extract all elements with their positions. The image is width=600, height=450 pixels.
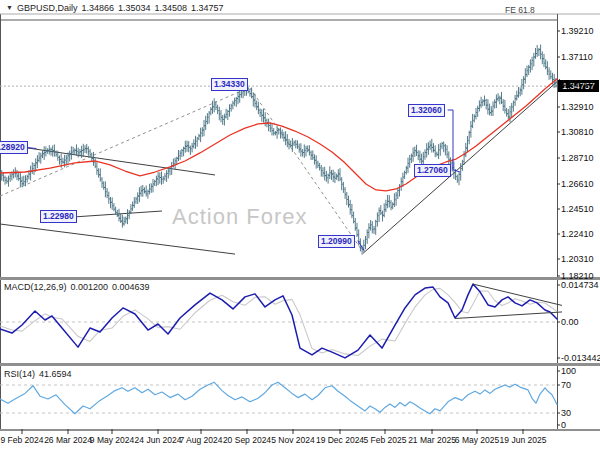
low-value: 1.34508 [155, 3, 188, 13]
macd-axis-label: 0.00 [561, 317, 579, 327]
date-axis-label: 24 Jun 2024 [135, 435, 182, 445]
price-axis-label: 1.35010 [561, 78, 594, 88]
price-axis-label: 1.28710 [561, 153, 594, 163]
date-axis-label: 9 May 2024 [90, 435, 134, 445]
rsi-axis-label: 100 [561, 366, 576, 376]
macd-signal-value: 0.004639 [112, 282, 150, 292]
close-value: 1.34757 [191, 3, 224, 13]
price-annotation: 1.32060 [408, 104, 445, 117]
date-axis-label: 21 Mar 2025 [408, 435, 456, 445]
macd-pane-title: MACD(12,26,9)0.0012000.004639 [4, 282, 154, 292]
date-axis-label: 19 Jun 2025 [500, 435, 547, 445]
date-axis-label: 6 May 2025 [455, 435, 499, 445]
rsi-axis-label: 30 [561, 408, 571, 418]
rsi-axis-label: 0 [561, 420, 566, 430]
chart-window: ▼GBPUSD,Daily1.348661.350341.345081.3475… [0, 0, 600, 450]
rsi-axis-label: 70 [561, 380, 571, 390]
fibonacci-extension-label: FE 61.8 [505, 5, 535, 15]
collapse-chart-icon[interactable]: ▼ [6, 4, 13, 11]
macd-axis-label: -0.013442 [561, 353, 600, 363]
watermark: Action Forex [172, 204, 308, 230]
price-axis-label: 1.24510 [561, 204, 594, 214]
symbol-period-label: GBPUSD,Daily [17, 3, 78, 13]
rsi-indicator-label: RSI(14) [4, 369, 35, 379]
macd-axis-label: 0.014734 [561, 280, 599, 290]
price-annotation: 1.34330 [211, 78, 248, 91]
macd-indicator-label: MACD(12,26,9) [4, 282, 67, 292]
price-annotation: 1.27060 [414, 164, 451, 177]
rsi-pane-title: RSI(14)41.6594 [4, 369, 76, 379]
chart-title-bar: ▼GBPUSD,Daily1.348661.350341.345081.3475… [6, 3, 228, 13]
price-annotation: 1.22980 [40, 210, 77, 223]
rsi-value: 41.6594 [39, 369, 72, 379]
price-axis-label: 1.30810 [561, 127, 594, 137]
date-axis-label: 5 Feb 2025 [363, 435, 406, 445]
price-axis-label: 1.20310 [561, 254, 594, 264]
price-annotation: 1.20990 [318, 235, 355, 248]
date-axis-label: 19 Dec 2024 [316, 435, 364, 445]
price-axis-label: 1.39210 [561, 26, 594, 36]
price-annotation: 1.28920 [0, 141, 28, 154]
price-axis-label: 1.26610 [561, 179, 594, 189]
date-axis-label: 7 Aug 2024 [179, 435, 222, 445]
date-axis-label: 26 Mar 2024 [44, 435, 92, 445]
date-axis-label: 20 Sep 2024 [223, 435, 271, 445]
date-axis-label: 5 Nov 2024 [271, 435, 314, 445]
price-axis-label: 1.37110 [561, 52, 593, 62]
price-axis-label: 1.22410 [561, 229, 594, 239]
open-value: 1.34866 [81, 3, 114, 13]
high-value: 1.35034 [118, 3, 151, 13]
date-axis-label: 9 Feb 2024 [0, 435, 43, 445]
price-axis-label: 1.32910 [561, 102, 594, 112]
macd-main-value: 0.001200 [71, 282, 109, 292]
